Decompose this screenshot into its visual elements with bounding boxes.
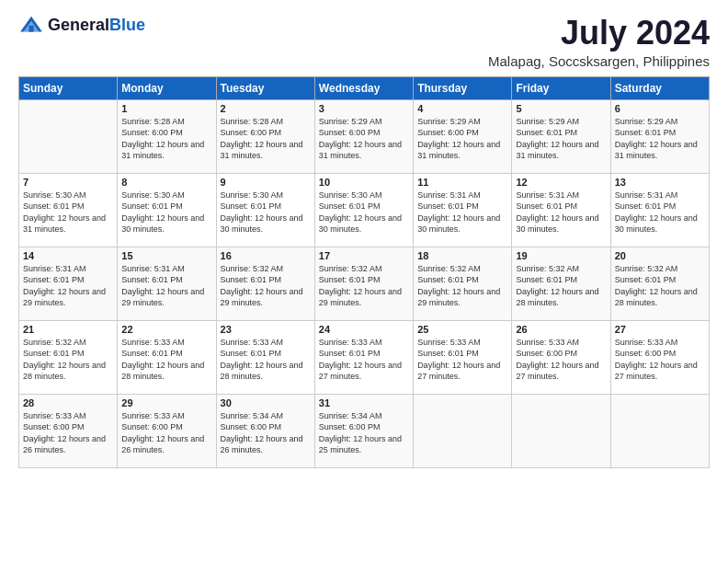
day-number: 13: [615, 177, 705, 188]
day-info: Sunrise: 5:29 AM Sunset: 6:00 PM Dayligh…: [417, 116, 507, 162]
day-info: Sunrise: 5:32 AM Sunset: 6:01 PM Dayligh…: [221, 263, 311, 309]
calendar-cell: 15Sunrise: 5:31 AM Sunset: 6:01 PM Dayli…: [118, 247, 216, 320]
day-number: 6: [615, 103, 705, 114]
page: GeneralBlue July 2024 Malapag, Soccsksar…: [0, 0, 728, 563]
calendar-cell: 29Sunrise: 5:33 AM Sunset: 6:00 PM Dayli…: [118, 394, 216, 467]
day-number: 9: [221, 177, 311, 188]
day-info: Sunrise: 5:33 AM Sunset: 6:00 PM Dayligh…: [615, 337, 705, 383]
logo-icon: [18, 15, 44, 35]
svg-rect-2: [28, 26, 33, 32]
month-title: July 2024: [488, 15, 710, 52]
calendar-cell: 2Sunrise: 5:28 AM Sunset: 6:00 PM Daylig…: [216, 99, 314, 173]
calendar-cell: 16Sunrise: 5:32 AM Sunset: 6:01 PM Dayli…: [216, 247, 314, 320]
day-info: Sunrise: 5:34 AM Sunset: 6:00 PM Dayligh…: [221, 410, 311, 456]
day-info: Sunrise: 5:33 AM Sunset: 6:01 PM Dayligh…: [121, 337, 211, 383]
calendar-week-4: 21Sunrise: 5:32 AM Sunset: 6:01 PM Dayli…: [19, 320, 710, 394]
day-number: 21: [23, 324, 113, 335]
logo-blue: Blue: [109, 16, 145, 34]
day-info: Sunrise: 5:29 AM Sunset: 6:00 PM Dayligh…: [319, 116, 409, 162]
calendar-body: 1Sunrise: 5:28 AM Sunset: 6:00 PM Daylig…: [19, 99, 710, 467]
day-number: 24: [319, 324, 409, 335]
day-info: Sunrise: 5:31 AM Sunset: 6:01 PM Dayligh…: [417, 190, 507, 236]
calendar-week-3: 14Sunrise: 5:31 AM Sunset: 6:01 PM Dayli…: [19, 247, 710, 320]
day-number: 2: [221, 103, 311, 114]
calendar-cell: [19, 99, 118, 173]
day-info: Sunrise: 5:28 AM Sunset: 6:00 PM Dayligh…: [221, 116, 311, 162]
day-number: 14: [23, 250, 113, 261]
calendar-cell: 4Sunrise: 5:29 AM Sunset: 6:00 PM Daylig…: [414, 99, 512, 173]
day-number: 22: [121, 324, 211, 335]
day-info: Sunrise: 5:33 AM Sunset: 6:01 PM Dayligh…: [221, 337, 311, 383]
day-number: 12: [516, 177, 606, 188]
day-number: 20: [615, 250, 705, 261]
day-number: 28: [23, 397, 113, 408]
day-number: 3: [319, 103, 409, 114]
day-info: Sunrise: 5:30 AM Sunset: 6:01 PM Dayligh…: [221, 190, 311, 236]
day-number: 1: [121, 103, 211, 114]
calendar-cell: 28Sunrise: 5:33 AM Sunset: 6:00 PM Dayli…: [19, 394, 118, 467]
day-number: 11: [417, 177, 507, 188]
col-monday: Monday: [118, 76, 216, 99]
day-info: Sunrise: 5:31 AM Sunset: 6:01 PM Dayligh…: [615, 190, 705, 236]
calendar-table: Sunday Monday Tuesday Wednesday Thursday…: [18, 76, 710, 468]
calendar-cell: 31Sunrise: 5:34 AM Sunset: 6:00 PM Dayli…: [314, 394, 413, 467]
calendar-cell: 12Sunrise: 5:31 AM Sunset: 6:01 PM Dayli…: [512, 173, 610, 247]
calendar-cell: 19Sunrise: 5:32 AM Sunset: 6:01 PM Dayli…: [512, 247, 610, 320]
day-number: 5: [516, 103, 606, 114]
day-info: Sunrise: 5:34 AM Sunset: 6:00 PM Dayligh…: [319, 410, 409, 456]
col-saturday: Saturday: [610, 76, 709, 99]
header: GeneralBlue July 2024 Malapag, Soccsksar…: [18, 15, 710, 69]
calendar-cell: 3Sunrise: 5:29 AM Sunset: 6:00 PM Daylig…: [314, 99, 413, 173]
day-info: Sunrise: 5:32 AM Sunset: 6:01 PM Dayligh…: [516, 263, 606, 309]
day-number: 10: [319, 177, 409, 188]
day-number: 23: [221, 324, 311, 335]
calendar-cell: 8Sunrise: 5:30 AM Sunset: 6:01 PM Daylig…: [118, 173, 216, 247]
day-number: 26: [516, 324, 606, 335]
calendar-cell: 14Sunrise: 5:31 AM Sunset: 6:01 PM Dayli…: [19, 247, 118, 320]
day-number: 19: [516, 250, 606, 261]
calendar-cell: 9Sunrise: 5:30 AM Sunset: 6:01 PM Daylig…: [216, 173, 314, 247]
day-info: Sunrise: 5:29 AM Sunset: 6:01 PM Dayligh…: [615, 116, 705, 162]
location-title: Malapag, Soccsksargen, Philippines: [488, 53, 710, 69]
day-info: Sunrise: 5:32 AM Sunset: 6:01 PM Dayligh…: [615, 263, 705, 309]
calendar-cell: 24Sunrise: 5:33 AM Sunset: 6:01 PM Dayli…: [314, 320, 413, 394]
calendar-cell: 1Sunrise: 5:28 AM Sunset: 6:00 PM Daylig…: [118, 99, 216, 173]
day-number: 16: [221, 250, 311, 261]
calendar-cell: [512, 394, 610, 467]
day-number: 27: [615, 324, 705, 335]
day-info: Sunrise: 5:30 AM Sunset: 6:01 PM Dayligh…: [319, 190, 409, 236]
calendar-cell: 30Sunrise: 5:34 AM Sunset: 6:00 PM Dayli…: [216, 394, 314, 467]
day-info: Sunrise: 5:33 AM Sunset: 6:00 PM Dayligh…: [121, 410, 211, 456]
day-info: Sunrise: 5:32 AM Sunset: 6:01 PM Dayligh…: [417, 263, 507, 309]
calendar-cell: 21Sunrise: 5:32 AM Sunset: 6:01 PM Dayli…: [19, 320, 118, 394]
title-block: July 2024 Malapag, Soccsksargen, Philipp…: [488, 15, 710, 69]
day-info: Sunrise: 5:31 AM Sunset: 6:01 PM Dayligh…: [516, 190, 606, 236]
day-info: Sunrise: 5:33 AM Sunset: 6:00 PM Dayligh…: [516, 337, 606, 383]
calendar-cell: 7Sunrise: 5:30 AM Sunset: 6:01 PM Daylig…: [19, 173, 118, 247]
calendar-cell: [414, 394, 512, 467]
calendar-cell: 25Sunrise: 5:33 AM Sunset: 6:01 PM Dayli…: [414, 320, 512, 394]
day-info: Sunrise: 5:30 AM Sunset: 6:01 PM Dayligh…: [121, 190, 211, 236]
calendar-week-2: 7Sunrise: 5:30 AM Sunset: 6:01 PM Daylig…: [19, 173, 710, 247]
day-number: 17: [319, 250, 409, 261]
col-sunday: Sunday: [19, 76, 118, 99]
col-thursday: Thursday: [414, 76, 512, 99]
logo-general: General: [48, 16, 109, 34]
calendar-week-5: 28Sunrise: 5:33 AM Sunset: 6:00 PM Dayli…: [19, 394, 710, 467]
calendar-cell: 13Sunrise: 5:31 AM Sunset: 6:01 PM Dayli…: [610, 173, 709, 247]
calendar-cell: 5Sunrise: 5:29 AM Sunset: 6:01 PM Daylig…: [512, 99, 610, 173]
col-friday: Friday: [512, 76, 610, 99]
day-number: 29: [121, 397, 211, 408]
calendar-cell: [610, 394, 709, 467]
day-number: 30: [221, 397, 311, 408]
day-info: Sunrise: 5:32 AM Sunset: 6:01 PM Dayligh…: [23, 337, 113, 383]
day-number: 7: [23, 177, 113, 188]
calendar-cell: 22Sunrise: 5:33 AM Sunset: 6:01 PM Dayli…: [118, 320, 216, 394]
calendar-cell: 26Sunrise: 5:33 AM Sunset: 6:00 PM Dayli…: [512, 320, 610, 394]
day-info: Sunrise: 5:28 AM Sunset: 6:00 PM Dayligh…: [121, 116, 211, 162]
day-info: Sunrise: 5:32 AM Sunset: 6:01 PM Dayligh…: [319, 263, 409, 309]
logo: GeneralBlue: [18, 15, 145, 35]
calendar-cell: 17Sunrise: 5:32 AM Sunset: 6:01 PM Dayli…: [314, 247, 413, 320]
day-number: 8: [121, 177, 211, 188]
col-wednesday: Wednesday: [314, 76, 413, 99]
